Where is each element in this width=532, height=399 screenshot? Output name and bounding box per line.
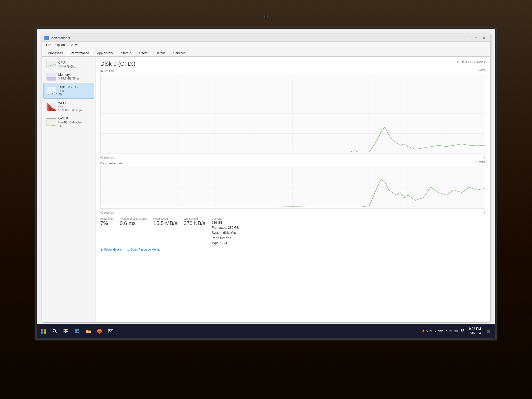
svg-rect-48 <box>75 329 77 331</box>
sidebar-item-memory[interactable]: Memory 3.5/7.7 GB (45%) <box>43 71 94 83</box>
system-clock[interactable]: 9:08 PM 3/23/2024 <box>467 327 481 335</box>
task-manager-window: Task Manager ─ □ ✕ File Options View Pro… <box>42 34 490 322</box>
memory-mini-graph <box>47 73 56 80</box>
sidebar-item-disk[interactable]: Disk 0 (C: D:) SSD 7% <box>43 83 94 99</box>
tab-app-history[interactable]: App history <box>93 50 117 56</box>
window-title: Task Manager <box>50 36 464 40</box>
fewer-details-link[interactable]: ▲ Fewer details <box>100 248 122 251</box>
wifi-tray-icon[interactable] <box>460 329 464 333</box>
svg-rect-52 <box>77 332 79 333</box>
svg-rect-44 <box>64 329 65 331</box>
search-button[interactable] <box>50 326 60 336</box>
tab-services[interactable]: Services <box>169 50 190 56</box>
cpu-mini-graph <box>47 61 56 68</box>
webcam <box>264 15 268 18</box>
stat-active-time: Active time 7% <box>100 217 113 246</box>
svg-rect-13 <box>55 110 56 111</box>
sun-icon: ☀ <box>421 329 425 334</box>
stat-avg-response: Average response time 0.6 ms <box>120 217 147 246</box>
main-content: CPU 34% 0.78 GHz <box>42 57 490 322</box>
svg-rect-9 <box>51 107 52 111</box>
menu-file[interactable]: File <box>44 43 53 47</box>
notification-icon[interactable]: □ <box>450 329 451 333</box>
wifi-mini-graph <box>47 103 56 110</box>
sidebar-item-gpu[interactable]: GPU 0 Intel(R) HD Graphics ... 1% <box>43 114 94 130</box>
svg-rect-51 <box>75 331 77 333</box>
widgets-button[interactable] <box>72 326 82 336</box>
file-explorer-button[interactable] <box>84 326 93 336</box>
task-view-button[interactable] <box>61 326 71 336</box>
mail-button[interactable] <box>106 326 115 336</box>
keyboard-icon[interactable]: ⌨ <box>454 329 458 333</box>
svg-rect-12 <box>54 109 55 111</box>
svg-rect-0 <box>45 36 46 38</box>
notification-area[interactable] <box>484 326 493 336</box>
svg-rect-39 <box>44 329 46 331</box>
taskbar-right: ☀ 59°F Sunny ∧ □ ⌨ <box>421 326 493 336</box>
disk-transfer-chart <box>100 166 485 209</box>
taskbar-left: 🦁 <box>39 326 115 336</box>
menu-view[interactable]: View <box>69 43 80 47</box>
avg-response-label: Average response time <box>120 217 147 220</box>
chart-bottom-max: 10 MB/s <box>475 161 485 164</box>
stats-area: Active time 7% Average response time 0.6… <box>100 217 485 246</box>
active-time-label: Active time <box>100 217 113 220</box>
chevron-icon: ▲ <box>100 248 103 251</box>
svg-rect-11 <box>53 109 54 111</box>
svg-rect-47 <box>66 331 68 333</box>
window-controls: ─ □ ✕ <box>464 35 488 41</box>
chart-bottom-zero: 0 <box>483 211 485 214</box>
svg-rect-40 <box>41 331 43 334</box>
svg-line-43 <box>55 332 57 333</box>
tab-startup[interactable]: Startup <box>117 50 135 56</box>
active-time-chart <box>100 74 485 153</box>
maximize-button[interactable]: □ <box>472 35 480 41</box>
gpu-mini-graph <box>47 118 56 126</box>
sidebar-item-cpu[interactable]: CPU 34% 0.78 GHz <box>43 59 94 70</box>
browser-button[interactable]: 🦁 <box>95 326 104 336</box>
system-tray: ∧ □ ⌨ <box>445 329 464 333</box>
tab-users[interactable]: Users <box>135 50 151 56</box>
tab-processes[interactable]: Processes <box>44 50 67 56</box>
svg-rect-49 <box>77 329 79 330</box>
disk-mini-graph <box>47 87 56 94</box>
svg-rect-4 <box>47 77 56 81</box>
svg-text:🦁: 🦁 <box>98 329 101 333</box>
weather-widget[interactable]: ☀ 59°F Sunny <box>421 329 443 334</box>
svg-rect-57 <box>487 330 490 333</box>
svg-rect-7 <box>49 105 50 111</box>
screen: Task Manager ─ □ ✕ File Options View Pro… <box>35 27 497 340</box>
svg-rect-38 <box>41 329 43 331</box>
start-button[interactable] <box>39 326 48 336</box>
minimize-button[interactable]: ─ <box>464 35 472 41</box>
chart-bottom-label: Disk transfer rate <box>100 162 123 165</box>
svg-rect-50 <box>77 330 79 331</box>
menu-options[interactable]: Options <box>53 43 68 47</box>
svg-rect-3 <box>47 38 48 40</box>
chart-section: Active time 100% <box>100 68 485 318</box>
stat-write-speed: Write speed 370 KB/s <box>184 217 205 246</box>
svg-rect-2 <box>45 38 46 40</box>
chart-top-max: 100% <box>478 68 485 71</box>
svg-point-56 <box>462 332 463 332</box>
read-speed-label: Read speed <box>153 217 177 220</box>
wifi-label: Wi-Fi Wi-Fi S: 16.0 R: 560 Kbps <box>58 101 82 112</box>
svg-rect-45 <box>66 329 68 331</box>
write-speed-value: 370 KB/s <box>184 220 205 226</box>
app-icon <box>44 36 49 40</box>
taskbar: 🦁 ☀ 59°F Sunny <box>37 324 495 338</box>
tab-performance[interactable]: Performance <box>67 50 93 56</box>
chevron-up-icon[interactable]: ∧ <box>445 329 447 333</box>
sidebar-item-wifi[interactable]: Wi-Fi Wi-Fi S: 16.0 R: 560 Kbps <box>43 99 94 114</box>
clock-date: 3/23/2024 <box>467 331 481 335</box>
gpu-label: GPU 0 Intel(R) HD Graphics ... 1% <box>58 117 86 128</box>
tab-details[interactable]: Details <box>152 50 169 56</box>
close-button[interactable]: ✕ <box>480 35 488 41</box>
disk-label: Disk 0 (C: D:) SSD 7% <box>59 85 78 96</box>
resource-monitor-link[interactable]: ⊙ Open Resource Monitor <box>127 248 161 251</box>
right-panel: Disk 0 (C: D:) LITEON LCH-256V2S Active … <box>95 57 490 322</box>
chart-top-time: 60 seconds <box>100 156 114 159</box>
laptop-bezel: Task Manager ─ □ ✕ File Options View Pro… <box>0 0 532 399</box>
chart-bottom-time: 60 seconds <box>100 211 114 214</box>
svg-rect-10 <box>52 108 53 111</box>
